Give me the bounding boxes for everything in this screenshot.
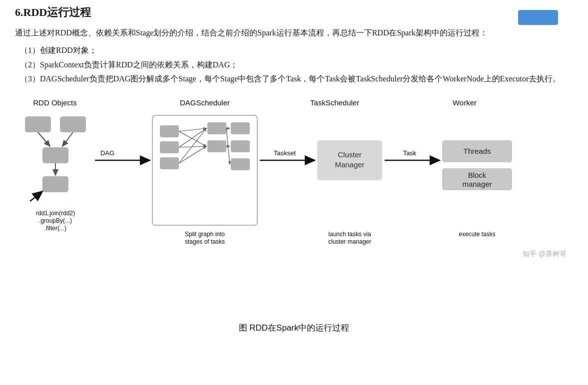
rdd-box-middle <box>42 147 68 163</box>
threads-label: Threads <box>463 147 491 155</box>
svg-text:.groupBy(...): .groupBy(...) <box>39 217 72 224</box>
svg-rect-11 <box>160 157 179 169</box>
svg-text:Taskset: Taskset <box>274 149 296 157</box>
svg-text:Split graph into: Split graph into <box>185 231 225 238</box>
rdd-objects-label: RDD Objects <box>33 98 77 107</box>
svg-line-1 <box>62 132 73 146</box>
svg-text:.filter(...): .filter(...) <box>44 225 66 232</box>
intro-item-2: （2）SparkContext负责计算RDD之间的依赖关系，构建DAG； <box>15 58 573 72</box>
svg-text:DAG: DAG <box>100 149 114 157</box>
svg-line-0 <box>38 132 50 146</box>
intro-item-1: （1）创建RDD对象； <box>15 43 573 58</box>
svg-text:Task: Task <box>403 149 417 157</box>
svg-rect-16 <box>231 158 250 170</box>
dag-scheduler-label: DAGScheduler <box>180 98 230 107</box>
intro-paragraph-1: 通过上述对RDD概念、依赖关系和Stage划分的介绍，结合之前介绍的Spark运… <box>15 26 573 40</box>
intro-item-3: （3）DAGScheduler负责把DAG图分解成多个Stage，每个Stage… <box>15 72 573 86</box>
watermark: 知乎 @茶树哥 <box>523 250 567 258</box>
svg-text:Block: Block <box>468 171 487 179</box>
svg-text:execute tasks: execute tasks <box>459 231 495 238</box>
worker-label: Worker <box>453 98 477 107</box>
svg-rect-14 <box>231 122 250 134</box>
svg-text:manager: manager <box>462 180 492 188</box>
rdd-box-bottom <box>42 176 68 192</box>
svg-text:stages of tasks: stages of tasks <box>185 238 225 245</box>
svg-line-3 <box>30 191 42 201</box>
svg-rect-9 <box>160 125 179 137</box>
rdd-box-top-left <box>25 116 51 132</box>
svg-text:launch tasks via: launch tasks via <box>328 231 371 238</box>
task-scheduler-label: TaskScheduler <box>310 98 359 107</box>
svg-text:cluster manager: cluster manager <box>328 238 371 245</box>
svg-rect-13 <box>207 140 226 152</box>
blue-button[interactable] <box>518 10 558 25</box>
svg-text:Manager: Manager <box>335 160 364 169</box>
svg-text:rdd1.join(rdd2): rdd1.join(rdd2) <box>36 210 75 217</box>
rdd-box-top-right <box>60 116 86 132</box>
page-title: 6.RDD运行过程 <box>15 5 573 20</box>
svg-rect-10 <box>160 141 179 153</box>
svg-rect-15 <box>231 140 250 152</box>
diagram-area: RDD Objects DAGScheduler TaskScheduler W… <box>15 91 573 313</box>
svg-rect-12 <box>207 122 226 134</box>
svg-text:Cluster: Cluster <box>338 150 362 159</box>
diagram-caption: 图 RDD在Spark中的运行过程 <box>15 322 573 334</box>
